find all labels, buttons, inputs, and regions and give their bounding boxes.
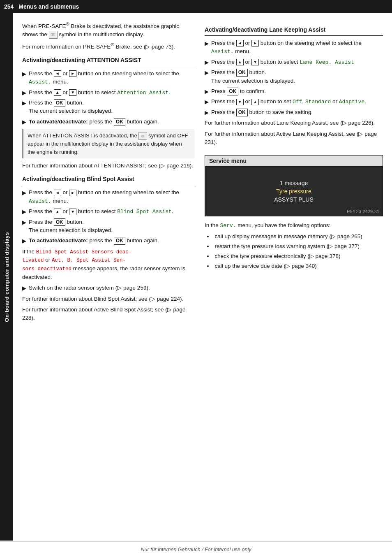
blind-spot-extra: For further information about Blind Spot… bbox=[22, 295, 195, 303]
left-arrow-btn: ◄ bbox=[54, 190, 61, 196]
service-menu-title: Service menu bbox=[209, 158, 247, 164]
right-arrow-btn: ► bbox=[251, 40, 259, 46]
blind-spot-heading: Activating/deactivating Blind Spot Assis… bbox=[22, 176, 195, 182]
blind-spot-code: Blind Spot Assist bbox=[117, 209, 172, 215]
blind-spot-divider bbox=[22, 185, 195, 185]
arrow-icon: ▶ bbox=[205, 88, 209, 96]
list-item: call up display messages in message memo… bbox=[207, 232, 383, 241]
menu-line-3: ASSYST PLUS bbox=[274, 196, 313, 203]
arrow-icon: ▶ bbox=[205, 58, 209, 67]
list-item: restart the tyre pressure loss warning s… bbox=[207, 242, 383, 251]
step-item: ▶ Switch on the radar sensor system (▷ p… bbox=[22, 284, 195, 292]
blind-spot-extra-steps: ▶ Switch on the radar sensor system (▷ p… bbox=[22, 284, 195, 292]
assist-code: Assist. bbox=[211, 49, 234, 55]
bold-label: To activate/deactivate: bbox=[29, 237, 88, 244]
up-arrow-btn: ▲ bbox=[251, 99, 259, 105]
menu-line-1: 1 message bbox=[280, 180, 308, 186]
ok-btn: OK bbox=[114, 237, 125, 245]
arrow-icon: ▶ bbox=[22, 284, 26, 292]
ok-btn: OK bbox=[227, 88, 238, 95]
main-content: When PRE-SAFE® Brake is deactivated, the… bbox=[13, 13, 392, 345]
assist-code: Assist. bbox=[29, 198, 51, 204]
step-item: ▶ Press the OK button.The current select… bbox=[22, 218, 195, 235]
up-arrow-btn: ▲ bbox=[54, 209, 61, 215]
off-code: Off bbox=[293, 99, 302, 105]
step-item: ▶ Press the ▼ or ▲ button to set Off, St… bbox=[205, 97, 383, 106]
down-arrow-btn: ▼ bbox=[69, 209, 76, 215]
step-item: ▶ Press the ◄ or ► button on the steerin… bbox=[22, 188, 195, 205]
bottom-bar: Nur für internen Gebrauch / For internal… bbox=[0, 541, 392, 557]
lane-keeping-steps: ▶ Press the ◄ or ► button on the steerin… bbox=[205, 39, 383, 116]
lane-keeping-extra2: For further information about Active Lan… bbox=[205, 130, 383, 147]
lane-keeping-divider bbox=[205, 35, 383, 36]
right-arrow-btn: ► bbox=[69, 70, 76, 77]
intro-para-1: When PRE-SAFE® Brake is deactivated, the… bbox=[22, 21, 195, 39]
attn-symbol: ☺ bbox=[138, 132, 147, 140]
pre-safe-symbol: ⊘̈⃝ bbox=[49, 31, 58, 39]
right-column: Activating/deactivating Lane Keeping Ass… bbox=[205, 21, 383, 325]
right-arrow-btn: ► bbox=[69, 190, 76, 196]
down-arrow-btn: ▼ bbox=[251, 59, 259, 65]
blind-spot-red-note: If the Blind Spot Assist Sensors deac-ti… bbox=[22, 248, 195, 282]
service-menu-image: 1 message Tyre pressure ASSYST PLUS P54.… bbox=[205, 167, 383, 216]
arrow-icon: ▶ bbox=[205, 98, 209, 106]
left-column: When PRE-SAFE® Brake is deactivated, the… bbox=[22, 21, 195, 325]
arrow-icon: ▶ bbox=[22, 218, 26, 227]
ref-code: P54.33-2429-31 bbox=[347, 209, 379, 214]
attention-assist-divider bbox=[22, 66, 195, 66]
left-arrow-btn: ◄ bbox=[236, 40, 244, 46]
step-item: ▶ Press the ▲ or ▼ button to select Blin… bbox=[22, 207, 195, 216]
step-item: ▶ Press the ▲ or ▼ button to select Atte… bbox=[22, 88, 195, 97]
service-menu-intro: In the Serv. menu, you have the followin… bbox=[205, 221, 383, 230]
ok-btn: OK bbox=[54, 218, 65, 226]
lane-keeping-extra1: For further information about Lane Keepi… bbox=[205, 119, 383, 127]
step-item: ▶ Press the OK button.The current select… bbox=[22, 99, 195, 116]
intro-para-2: For more information on PRE-SAFE® Brake,… bbox=[22, 41, 195, 51]
page-number: 254 bbox=[4, 3, 14, 10]
attention-assist-heading: Activating/deactivating ATTENTION ASSIST bbox=[22, 57, 195, 63]
arrow-icon: ▶ bbox=[22, 189, 26, 197]
standard-code: Standard bbox=[305, 99, 331, 105]
ok-btn: OK bbox=[236, 109, 248, 116]
down-arrow-btn: ▼ bbox=[236, 99, 244, 105]
attention-assist-steps: ▶ Press the ◄ or ► button on the steerin… bbox=[22, 70, 195, 126]
lane-keeping-heading: Activating/deactivating Lane Keeping Ass… bbox=[205, 26, 383, 33]
arrow-icon: ▶ bbox=[22, 70, 26, 78]
side-label-text: On-board computer and displays bbox=[4, 232, 10, 322]
arrow-icon: ▶ bbox=[22, 118, 26, 126]
attention-assist-extra: For further information about ATTENTION … bbox=[22, 162, 195, 170]
up-arrow-btn: ▲ bbox=[54, 89, 61, 96]
ok-btn: OK bbox=[114, 118, 125, 126]
step-item: ▶ Press OK to confirm. bbox=[205, 87, 383, 96]
left-arrow-btn: ◄ bbox=[54, 70, 61, 77]
adaptive-code: Adaptive bbox=[339, 99, 364, 105]
blind-spot-extra2: For further information about Active Bli… bbox=[22, 306, 195, 323]
step-item: ▶ To activate/deactivate: press the OK b… bbox=[22, 118, 195, 126]
serv-code: Serv. bbox=[220, 223, 236, 229]
bottom-bar-text: Nur für internen Gebrauch / For internal… bbox=[141, 547, 251, 552]
arrow-icon: ▶ bbox=[22, 89, 26, 97]
ok-btn: OK bbox=[236, 69, 248, 77]
service-menu-header: Service menu bbox=[205, 155, 383, 167]
service-menu-box: Service menu 1 message Tyre pressure ASS… bbox=[205, 155, 383, 216]
page-number-bar: 254 Menus and submenus bbox=[0, 0, 392, 13]
side-label: On-board computer and displays bbox=[0, 13, 13, 541]
menu-line-2: Tyre pressure bbox=[276, 188, 311, 195]
assist-code: Assist. bbox=[29, 79, 51, 85]
step-item: ▶ Press the OK button.The current select… bbox=[205, 68, 383, 85]
arrow-icon: ▶ bbox=[22, 208, 26, 216]
arrow-icon: ▶ bbox=[22, 237, 26, 245]
step-item: ▶ Press the OK button to save the settin… bbox=[205, 108, 383, 117]
arrow-icon: ▶ bbox=[205, 109, 209, 117]
step-item: ▶ Press the ◄ or ► button on the steerin… bbox=[205, 39, 383, 56]
list-item: check the tyre pressure electronically (… bbox=[207, 252, 383, 260]
step-item: ▶ Press the ▲ or ▼ button to select Lane… bbox=[205, 58, 383, 67]
service-menu-list: call up display messages in message memo… bbox=[205, 232, 383, 271]
lane-keep-code: Lane Keep. Assist bbox=[300, 59, 354, 65]
arrow-icon: ▶ bbox=[205, 39, 209, 48]
list-item: call up the service due date (▷ page 340… bbox=[207, 262, 383, 270]
chapter-title: Menus and submenus bbox=[18, 3, 79, 10]
arrow-icon: ▶ bbox=[205, 69, 209, 77]
ok-btn: OK bbox=[54, 99, 65, 107]
step-item: ▶ To activate/deactivate: press the OK b… bbox=[22, 237, 195, 245]
